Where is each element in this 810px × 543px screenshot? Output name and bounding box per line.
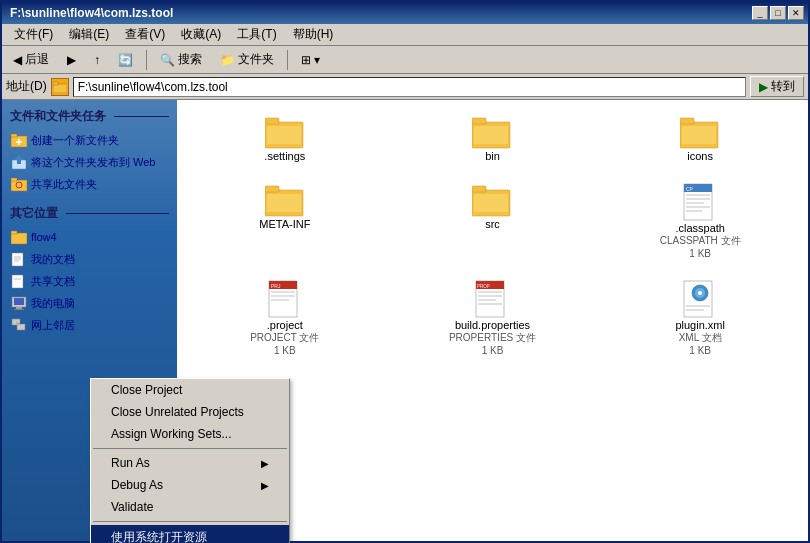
svg-rect-0	[53, 84, 67, 93]
folder-icon-src	[472, 182, 512, 218]
go-button[interactable]: ▶ 转到	[750, 76, 804, 97]
svg-rect-10	[11, 233, 27, 244]
properties-file-icon: PROP	[472, 279, 512, 319]
svg-rect-57	[478, 291, 502, 293]
run-as-arrow-icon: ▶	[261, 458, 269, 469]
context-run-as[interactable]: Run As ▶	[91, 452, 289, 474]
forward-button[interactable]: ▶	[60, 50, 83, 70]
svg-rect-33	[682, 126, 716, 144]
svg-rect-58	[478, 295, 502, 297]
menu-tools[interactable]: 工具(T)	[229, 24, 284, 45]
svg-rect-60	[478, 303, 502, 305]
svg-rect-3	[11, 134, 17, 137]
my-documents-item[interactable]: 我的文档	[10, 250, 169, 268]
toolbar-separator-1	[146, 50, 147, 70]
svg-rect-1	[53, 82, 58, 85]
back-button[interactable]: ◀ 后退	[6, 48, 56, 71]
context-validate[interactable]: Validate	[91, 496, 289, 518]
my-computer-icon	[11, 295, 27, 311]
maximize-button[interactable]: □	[770, 6, 786, 20]
svg-text:PRJ: PRJ	[271, 283, 281, 289]
publish-icon	[11, 154, 27, 170]
svg-text:PROP: PROP	[477, 284, 490, 289]
file-item-plugin-xml[interactable]: plugin.xml XML 文档 1 KB	[600, 273, 800, 362]
svg-rect-36	[267, 194, 301, 212]
svg-rect-8	[11, 178, 17, 181]
svg-rect-20	[16, 307, 22, 309]
menu-view[interactable]: 查看(V)	[117, 24, 173, 45]
file-item-build-properties[interactable]: PROP build.properties PROPERTIES 文件 1 KB	[393, 273, 593, 362]
svg-point-64	[698, 291, 702, 295]
file-item-classpath[interactable]: CP .classpath CLASSPATH 文件 1 KB	[600, 176, 800, 265]
title-bar: F:\sunline\flow4\com.lzs.tool _ □ ✕	[2, 2, 808, 24]
file-name-settings: .settings	[264, 150, 305, 162]
file-name-build-properties: build.properties	[455, 319, 530, 331]
file-item-bin[interactable]: bin	[393, 108, 593, 168]
file-size-project: 1 KB	[274, 345, 296, 356]
context-open-with-system[interactable]: 使用系统打开资源	[91, 525, 289, 543]
context-close-unrelated[interactable]: Close Unrelated Projects	[91, 401, 289, 423]
flow4-item[interactable]: flow4	[10, 228, 169, 246]
context-menu: Close Project Close Unrelated Projects A…	[90, 378, 290, 543]
project-file-icon: PRJ	[265, 279, 305, 319]
file-name-plugin-xml: plugin.xml	[675, 319, 725, 331]
svg-rect-19	[14, 298, 24, 305]
svg-rect-26	[265, 118, 279, 124]
file-meta-classpath: CLASSPATH 文件	[660, 234, 741, 248]
file-item-project[interactable]: PRJ .project PROJECT 文件 1 KB	[185, 273, 385, 362]
menu-favorites[interactable]: 收藏(A)	[173, 24, 229, 45]
shared-docs-icon	[11, 273, 27, 289]
create-folder-icon	[11, 132, 27, 148]
view-icon: ⊞	[301, 53, 311, 67]
close-button[interactable]: ✕	[788, 6, 804, 20]
share-icon	[11, 176, 27, 192]
context-assign-working-sets[interactable]: Assign Working Sets...	[91, 423, 289, 445]
toolbar-separator-2	[287, 50, 288, 70]
folders-button[interactable]: 📁 文件夹	[213, 48, 281, 71]
flow4-folder-icon	[11, 229, 27, 245]
address-bar: 地址(D) ▶ 转到	[2, 74, 808, 100]
svg-rect-38	[472, 186, 486, 192]
view-button[interactable]: ⊞▾	[294, 50, 327, 70]
address-input[interactable]	[73, 77, 746, 97]
menu-edit[interactable]: 编辑(E)	[61, 24, 117, 45]
up-button[interactable]: ↑	[87, 50, 107, 70]
svg-rect-32	[680, 118, 694, 124]
go-arrow-icon: ▶	[759, 80, 768, 94]
file-item-src[interactable]: src	[393, 176, 593, 265]
search-icon: 🔍	[160, 53, 175, 67]
file-name-icons: icons	[687, 150, 713, 162]
context-close-project[interactable]: Close Project	[91, 379, 289, 401]
menu-file[interactable]: 文件(F)	[6, 24, 61, 45]
folders-icon: 📁	[220, 53, 235, 67]
folder-icon-bin	[472, 114, 512, 150]
window-controls: _ □ ✕	[752, 6, 804, 20]
network-neighborhood-item[interactable]: 网上邻居	[10, 316, 169, 334]
file-name-project: .project	[267, 319, 303, 331]
file-meta-build-properties: PROPERTIES 文件	[449, 331, 536, 345]
svg-rect-43	[686, 198, 710, 200]
file-item-meta-inf[interactable]: META-INF	[185, 176, 385, 265]
file-name-classpath: .classpath	[675, 222, 725, 234]
share-folder-item[interactable]: 共享此文件夹	[10, 175, 169, 193]
window-title: F:\sunline\flow4\com.lzs.tool	[6, 6, 173, 20]
context-debug-as[interactable]: Debug As ▶	[91, 474, 289, 496]
svg-rect-16	[12, 275, 23, 288]
create-folder-item[interactable]: 创建一个新文件夹	[10, 131, 169, 149]
shared-docs-item[interactable]: 共享文档	[10, 272, 169, 290]
search-button[interactable]: 🔍 搜索	[153, 48, 209, 71]
svg-rect-21	[14, 309, 24, 310]
my-computer-item[interactable]: 我的电脑	[10, 294, 169, 312]
svg-rect-66	[686, 309, 704, 311]
publish-folder-item[interactable]: 将这个文件夹发布到 Web	[10, 153, 169, 171]
file-item-icons[interactable]: icons	[600, 108, 800, 168]
svg-text:CP: CP	[686, 186, 694, 192]
file-name-bin: bin	[485, 150, 500, 162]
refresh-button[interactable]: 🔄	[111, 50, 140, 70]
svg-rect-52	[271, 295, 295, 297]
file-item-settings[interactable]: .settings	[185, 108, 385, 168]
locations-section: 其它位置 flow4 我的文档	[10, 205, 169, 334]
svg-rect-65	[686, 305, 710, 307]
minimize-button[interactable]: _	[752, 6, 768, 20]
menu-help[interactable]: 帮助(H)	[285, 24, 342, 45]
